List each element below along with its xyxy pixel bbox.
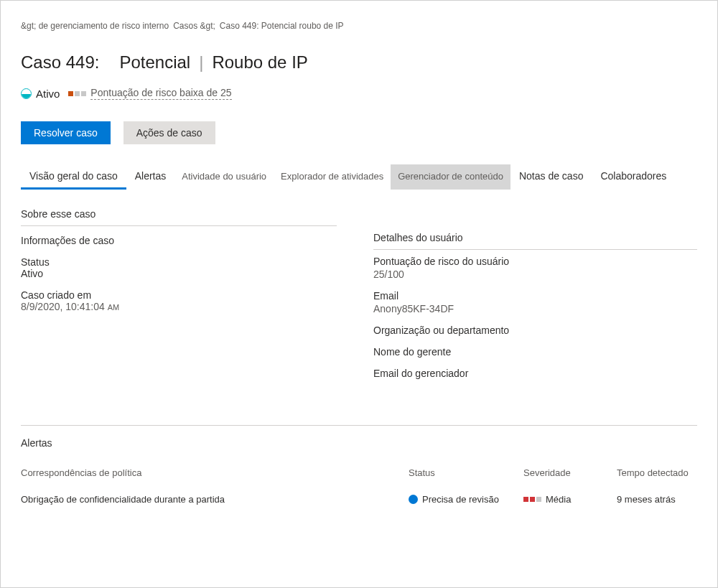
tab-collaborators[interactable]: Colaboradores <box>592 164 675 190</box>
resolve-case-button[interactable]: Resolver caso <box>21 121 111 144</box>
created-ampm: AM <box>108 303 120 312</box>
alerts-column-headers: Correspondências de política Status Seve… <box>21 467 697 478</box>
tab-case-overview[interactable]: Visão geral do caso <box>21 164 126 190</box>
alert-severity-text: Média <box>546 494 571 505</box>
created-value: 8/9/2020, 10:41:04 AM <box>21 301 345 312</box>
breadcrumb-root[interactable]: &gt; de gerenciamento de risco interno <box>21 21 169 31</box>
alert-detected-num: 9 <box>617 494 622 505</box>
col-header-status: Status <box>409 467 523 478</box>
tab-case-notes[interactable]: Notas de caso <box>510 164 592 190</box>
title-prefix: Caso 449: <box>21 52 99 73</box>
table-row[interactable]: Obrigação de confidencialidade durante a… <box>21 494 697 505</box>
status-line: Ativo Pontuação de risco baixa de 25 <box>21 87 697 100</box>
breadcrumb-case: Caso 449: Potencial roubo de IP <box>220 21 344 31</box>
alerts-heading: Alertas <box>21 437 697 449</box>
alert-status-text: Precisa de revisão <box>422 494 499 505</box>
status-circle-icon <box>21 88 32 99</box>
user-risk-label: Pontuação de risco do usuário <box>373 256 697 267</box>
title-mid: Potencial <box>119 52 190 73</box>
tab-activity-explorer[interactable]: Explorador de atividades <box>274 164 391 190</box>
title-separator: | <box>199 52 203 73</box>
tab-user-activity[interactable]: Atividade do usuário <box>174 164 274 190</box>
col-header-detected: Tempo detectado <box>617 467 697 478</box>
severity-bars-icon <box>523 497 541 502</box>
case-info-heading: Informações de caso <box>21 235 345 246</box>
created-datetime: 8/9/2020, 10:41:04 <box>21 301 105 312</box>
risk-indicator: Pontuação de risco baixa de 25 <box>68 87 231 100</box>
title-suffix: Roubo de IP <box>212 52 307 73</box>
case-actions-button[interactable]: Ações de caso <box>123 121 215 144</box>
user-org-label: Organização ou departamento <box>373 325 697 336</box>
user-risk-value: 25/100 <box>373 269 697 280</box>
col-header-severity: Severidade <box>523 467 617 478</box>
status-badge: Ativo <box>21 88 60 100</box>
risk-bars-icon <box>68 91 86 96</box>
action-row: Resolver caso Ações de caso <box>21 121 697 144</box>
case-info-column: Informações de caso Status Ativo Caso cr… <box>21 232 345 389</box>
col-header-policy: Correspondências de política <box>21 467 409 478</box>
user-email-label: Email <box>373 290 697 302</box>
breadcrumb: &gt; de gerenciamento de risco interno C… <box>21 21 697 31</box>
alert-policy: Obrigação de confidencialidade durante a… <box>21 494 409 505</box>
tab-content-manager[interactable]: Gerenciador de conteúdo <box>391 164 510 190</box>
status-dot-icon <box>409 495 418 504</box>
alert-detected-cell: 9 meses atrás <box>617 494 697 505</box>
overview-columns: Informações de caso Status Ativo Caso cr… <box>21 232 697 389</box>
status-text: Ativo <box>36 88 60 100</box>
page-title: Caso 449: Potencial | Roubo de IP <box>21 52 697 73</box>
manager-email-label: Email do gerenciador <box>373 368 697 379</box>
created-label: Caso criado em <box>21 289 345 301</box>
tab-alerts[interactable]: Alertas <box>126 164 175 190</box>
status-label: Status <box>21 256 345 268</box>
alert-detected-rest: meses atrás <box>625 494 676 505</box>
risk-text: Pontuação de risco baixa de 25 <box>90 87 231 100</box>
about-case-heading: Sobre esse caso <box>21 208 337 226</box>
status-value: Ativo <box>21 268 345 279</box>
alerts-section: Alertas Correspondências de política Sta… <box>21 425 697 505</box>
tabs: Visão geral do caso Alertas Atividade do… <box>21 164 697 190</box>
user-email-value: Anony85KF-34DF <box>373 303 697 314</box>
breadcrumb-casos[interactable]: Casos &gt; <box>173 21 215 31</box>
alert-status-cell: Precisa de revisão <box>409 494 523 505</box>
user-details-column: Detalhes do usuário Pontuação de risco d… <box>373 232 697 389</box>
user-details-heading: Detalhes do usuário <box>373 232 697 250</box>
alert-severity-cell: Média <box>523 494 617 505</box>
manager-name-label: Nome do gerente <box>373 346 697 358</box>
